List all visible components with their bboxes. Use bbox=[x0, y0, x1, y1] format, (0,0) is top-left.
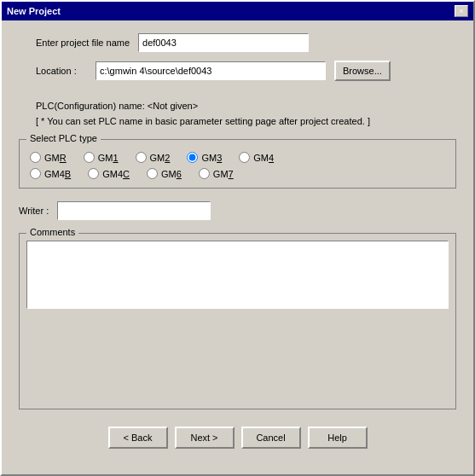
comments-legend: Comments bbox=[26, 227, 78, 237]
radio-gm2-input[interactable] bbox=[136, 152, 147, 163]
radio-gmr-label: GMR bbox=[44, 153, 67, 163]
plc-config-text: PLC(Configuration) name: <Not given> bbox=[36, 101, 456, 111]
location-label: Location : bbox=[36, 66, 87, 76]
note-text: [ * You can set PLC name in basic parame… bbox=[36, 116, 456, 126]
main-window: New Project × Enter project file name Lo… bbox=[0, 0, 475, 476]
radio-gmr[interactable]: GMR bbox=[30, 152, 67, 163]
form-content: Enter project file name Location : Brows… bbox=[2, 20, 473, 474]
radio-gm4c-input[interactable] bbox=[88, 168, 99, 179]
writer-input[interactable] bbox=[57, 201, 211, 220]
location-input[interactable] bbox=[96, 61, 326, 80]
next-button[interactable]: Next > bbox=[175, 427, 235, 449]
radio-gm3[interactable]: GM3 bbox=[187, 152, 222, 163]
radio-gm2-label: GM2 bbox=[150, 153, 171, 163]
help-button[interactable]: Help bbox=[308, 427, 368, 449]
radio-gm3-label: GM3 bbox=[201, 153, 222, 163]
radio-gm4-label: GM4 bbox=[253, 153, 274, 163]
location-row: Location : Browse... bbox=[36, 61, 456, 81]
back-button[interactable]: < Back bbox=[108, 427, 168, 449]
window-title: New Project bbox=[7, 6, 61, 16]
project-name-label: Enter project file name bbox=[36, 38, 130, 48]
plc-type-group: Select PLC type GMR GM1 GM2 bbox=[19, 139, 456, 189]
radio-gm4c-label: GM4C bbox=[102, 169, 130, 179]
cancel-button[interactable]: Cancel bbox=[241, 427, 301, 449]
project-name-row: Enter project file name bbox=[36, 33, 456, 52]
radio-gm2[interactable]: GM2 bbox=[136, 152, 171, 163]
title-bar: New Project × bbox=[2, 2, 473, 20]
plc-type-legend: Select PLC type bbox=[26, 133, 101, 143]
writer-label: Writer : bbox=[19, 206, 49, 216]
radio-gm4b-input[interactable] bbox=[30, 168, 41, 179]
close-button[interactable]: × bbox=[455, 5, 468, 17]
radio-gm4b[interactable]: GM4B bbox=[30, 168, 71, 179]
comments-group: Comments bbox=[19, 233, 456, 409]
radio-row-2: GM4B GM4C GM6 GM7 bbox=[30, 168, 445, 179]
project-name-input[interactable] bbox=[138, 33, 309, 52]
radio-gm7[interactable]: GM7 bbox=[199, 168, 234, 179]
radio-gm3-input[interactable] bbox=[187, 152, 198, 163]
radio-gm4-input[interactable] bbox=[239, 152, 250, 163]
radio-gm4c[interactable]: GM4C bbox=[88, 168, 130, 179]
radio-gm1-input[interactable] bbox=[84, 152, 95, 163]
plc-info-section: PLC(Configuration) name: <Not given> [ *… bbox=[36, 96, 456, 126]
title-controls: × bbox=[455, 5, 468, 17]
radio-grid: GMR GM1 GM2 GM3 bbox=[30, 152, 445, 179]
radio-gm4[interactable]: GM4 bbox=[239, 152, 274, 163]
radio-row-1: GMR GM1 GM2 GM3 bbox=[30, 152, 445, 163]
radio-gm6-input[interactable] bbox=[147, 168, 158, 179]
comments-textarea[interactable] bbox=[26, 241, 449, 309]
radio-gmr-input[interactable] bbox=[30, 152, 41, 163]
radio-gm7-label: GM7 bbox=[213, 169, 234, 179]
browse-button[interactable]: Browse... bbox=[334, 61, 391, 81]
radio-gm6-label: GM6 bbox=[161, 169, 182, 179]
radio-gm1[interactable]: GM1 bbox=[84, 152, 119, 163]
button-row: < Back Next > Cancel Help bbox=[19, 418, 456, 461]
radio-gm4b-label: GM4B bbox=[44, 169, 71, 179]
radio-gm7-input[interactable] bbox=[199, 168, 210, 179]
writer-row: Writer : bbox=[19, 201, 456, 220]
radio-gm1-label: GM1 bbox=[98, 153, 119, 163]
radio-gm6[interactable]: GM6 bbox=[147, 168, 182, 179]
